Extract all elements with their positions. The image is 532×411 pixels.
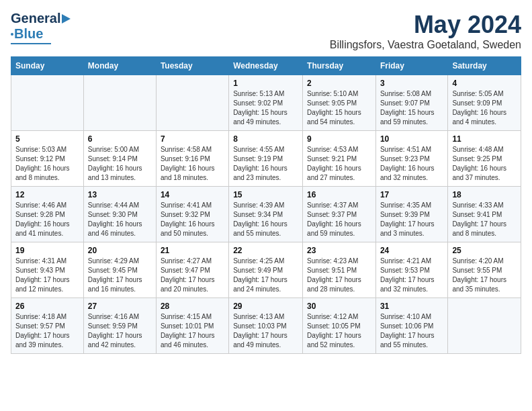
- day-detail: Sunrise: 4:55 AM Sunset: 9:19 PM Dayligh…: [233, 145, 298, 183]
- calendar-cell: [448, 298, 521, 354]
- day-detail: Sunrise: 4:37 AM Sunset: 9:37 PM Dayligh…: [307, 201, 371, 238]
- calendar-header-row: SundayMondayTuesdayWednesdayThursdayFrid…: [11, 57, 521, 75]
- month-title: May 2024: [330, 11, 521, 39]
- day-number: 14: [161, 190, 224, 199]
- day-number: 15: [233, 190, 298, 199]
- calendar-cell: 26Sunrise: 4:18 AM Sunset: 9:57 PM Dayli…: [11, 298, 84, 354]
- calendar-cell: 10Sunrise: 4:51 AM Sunset: 9:23 PM Dayli…: [375, 131, 447, 187]
- logo: General Blue: [11, 11, 71, 44]
- calendar-cell: 27Sunrise: 4:16 AM Sunset: 9:59 PM Dayli…: [83, 298, 156, 354]
- day-detail: Sunrise: 5:00 AM Sunset: 9:14 PM Dayligh…: [88, 145, 152, 183]
- day-detail: Sunrise: 4:33 AM Sunset: 9:41 PM Dayligh…: [452, 201, 517, 238]
- calendar-cell: 19Sunrise: 4:31 AM Sunset: 9:43 PM Dayli…: [11, 242, 84, 298]
- day-detail: Sunrise: 4:15 AM Sunset: 10:01 PM Daylig…: [161, 312, 224, 350]
- day-header-monday: Monday: [83, 57, 156, 75]
- calendar-cell: 9Sunrise: 4:53 AM Sunset: 9:21 PM Daylig…: [303, 131, 376, 187]
- calendar-cell: 21Sunrise: 4:27 AM Sunset: 9:47 PM Dayli…: [156, 242, 228, 298]
- day-number: 21: [161, 246, 224, 255]
- day-number: 25: [452, 246, 517, 255]
- day-detail: Sunrise: 4:21 AM Sunset: 9:53 PM Dayligh…: [380, 257, 443, 294]
- calendar-cell: 2Sunrise: 5:10 AM Sunset: 9:05 PM Daylig…: [303, 75, 376, 131]
- day-number: 26: [15, 302, 79, 311]
- day-detail: Sunrise: 5:13 AM Sunset: 9:02 PM Dayligh…: [233, 89, 298, 127]
- day-number: 17: [380, 190, 443, 199]
- day-number: 3: [380, 79, 443, 88]
- day-detail: Sunrise: 4:12 AM Sunset: 10:05 PM Daylig…: [307, 312, 371, 350]
- calendar-week-5: 26Sunrise: 4:18 AM Sunset: 9:57 PM Dayli…: [11, 298, 521, 354]
- day-number: 1: [233, 79, 298, 88]
- calendar-cell: 20Sunrise: 4:29 AM Sunset: 9:45 PM Dayli…: [83, 242, 156, 298]
- calendar-cell: [11, 75, 84, 131]
- day-number: 22: [233, 246, 298, 255]
- calendar-cell: 6Sunrise: 5:00 AM Sunset: 9:14 PM Daylig…: [83, 131, 156, 187]
- day-number: 8: [233, 134, 298, 144]
- day-detail: Sunrise: 4:53 AM Sunset: 9:21 PM Dayligh…: [307, 145, 371, 183]
- day-detail: Sunrise: 4:35 AM Sunset: 9:39 PM Dayligh…: [380, 201, 443, 238]
- calendar-cell: 3Sunrise: 5:08 AM Sunset: 9:07 PM Daylig…: [375, 75, 447, 131]
- day-number: 20: [88, 246, 152, 255]
- day-detail: Sunrise: 4:29 AM Sunset: 9:45 PM Dayligh…: [88, 257, 152, 294]
- calendar-week-2: 5Sunrise: 5:03 AM Sunset: 9:12 PM Daylig…: [11, 131, 521, 187]
- day-number: 18: [452, 190, 517, 199]
- day-detail: Sunrise: 4:51 AM Sunset: 9:23 PM Dayligh…: [380, 145, 443, 183]
- logo-general: General: [11, 11, 60, 26]
- day-header-wednesday: Wednesday: [229, 57, 303, 75]
- calendar-cell: 29Sunrise: 4:13 AM Sunset: 10:03 PM Dayl…: [229, 298, 303, 354]
- day-number: 7: [161, 134, 224, 144]
- day-number: 29: [233, 302, 298, 311]
- calendar-cell: 25Sunrise: 4:20 AM Sunset: 9:55 PM Dayli…: [448, 242, 521, 298]
- day-detail: Sunrise: 5:10 AM Sunset: 9:05 PM Dayligh…: [307, 89, 371, 127]
- day-header-tuesday: Tuesday: [156, 57, 228, 75]
- day-number: 5: [15, 134, 79, 144]
- day-detail: Sunrise: 4:16 AM Sunset: 9:59 PM Dayligh…: [88, 312, 152, 350]
- calendar-cell: [83, 75, 156, 131]
- calendar-week-3: 12Sunrise: 4:46 AM Sunset: 9:28 PM Dayli…: [11, 187, 521, 242]
- day-detail: Sunrise: 4:46 AM Sunset: 9:28 PM Dayligh…: [15, 201, 79, 238]
- day-detail: Sunrise: 4:31 AM Sunset: 9:43 PM Dayligh…: [15, 257, 79, 294]
- day-detail: Sunrise: 4:23 AM Sunset: 9:51 PM Dayligh…: [307, 257, 371, 294]
- day-number: 27: [88, 302, 152, 311]
- day-number: 6: [88, 134, 152, 144]
- day-number: 2: [307, 79, 371, 88]
- calendar-cell: 11Sunrise: 4:48 AM Sunset: 9:25 PM Dayli…: [448, 131, 521, 187]
- calendar-cell: 30Sunrise: 4:12 AM Sunset: 10:05 PM Dayl…: [303, 298, 376, 354]
- calendar-cell: 12Sunrise: 4:46 AM Sunset: 9:28 PM Dayli…: [11, 187, 84, 242]
- day-number: 30: [307, 302, 371, 311]
- day-number: 12: [15, 190, 79, 199]
- day-detail: Sunrise: 4:10 AM Sunset: 10:06 PM Daylig…: [380, 312, 443, 350]
- day-header-sunday: Sunday: [11, 57, 84, 75]
- day-detail: Sunrise: 4:44 AM Sunset: 9:30 PM Dayligh…: [88, 201, 152, 238]
- day-number: 10: [380, 134, 443, 144]
- day-number: 16: [307, 190, 371, 199]
- day-detail: Sunrise: 4:39 AM Sunset: 9:34 PM Dayligh…: [233, 201, 298, 238]
- calendar-week-1: 1Sunrise: 5:13 AM Sunset: 9:02 PM Daylig…: [11, 75, 521, 131]
- title-block: May 2024 Billingsfors, Vaestra Goetaland…: [330, 11, 521, 51]
- calendar-cell: 28Sunrise: 4:15 AM Sunset: 10:01 PM Dayl…: [156, 298, 228, 354]
- day-number: 19: [15, 246, 79, 255]
- calendar-cell: 31Sunrise: 4:10 AM Sunset: 10:06 PM Dayl…: [375, 298, 447, 354]
- day-detail: Sunrise: 4:41 AM Sunset: 9:32 PM Dayligh…: [161, 201, 224, 238]
- day-number: 24: [380, 246, 443, 255]
- day-detail: Sunrise: 4:58 AM Sunset: 9:16 PM Dayligh…: [161, 145, 224, 183]
- calendar-cell: 18Sunrise: 4:33 AM Sunset: 9:41 PM Dayli…: [448, 187, 521, 242]
- calendar-cell: 1Sunrise: 5:13 AM Sunset: 9:02 PM Daylig…: [229, 75, 303, 131]
- calendar-cell: 13Sunrise: 4:44 AM Sunset: 9:30 PM Dayli…: [83, 187, 156, 242]
- day-detail: Sunrise: 4:48 AM Sunset: 9:25 PM Dayligh…: [452, 145, 517, 183]
- calendar-table: SundayMondayTuesdayWednesdayThursdayFrid…: [11, 56, 521, 354]
- day-header-thursday: Thursday: [303, 57, 376, 75]
- day-number: 11: [452, 134, 517, 144]
- calendar-cell: 23Sunrise: 4:23 AM Sunset: 9:51 PM Dayli…: [303, 242, 376, 298]
- calendar-cell: 22Sunrise: 4:25 AM Sunset: 9:49 PM Dayli…: [229, 242, 303, 298]
- calendar-cell: 8Sunrise: 4:55 AM Sunset: 9:19 PM Daylig…: [229, 131, 303, 187]
- calendar-cell: 5Sunrise: 5:03 AM Sunset: 9:12 PM Daylig…: [11, 131, 84, 187]
- calendar-cell: [156, 75, 228, 131]
- calendar-cell: 24Sunrise: 4:21 AM Sunset: 9:53 PM Dayli…: [375, 242, 447, 298]
- day-number: 4: [452, 79, 517, 88]
- calendar-week-4: 19Sunrise: 4:31 AM Sunset: 9:43 PM Dayli…: [11, 242, 521, 298]
- day-detail: Sunrise: 5:08 AM Sunset: 9:07 PM Dayligh…: [380, 89, 443, 127]
- day-header-friday: Friday: [375, 57, 447, 75]
- calendar-cell: 7Sunrise: 4:58 AM Sunset: 9:16 PM Daylig…: [156, 131, 228, 187]
- day-detail: Sunrise: 4:25 AM Sunset: 9:49 PM Dayligh…: [233, 257, 298, 294]
- day-detail: Sunrise: 5:03 AM Sunset: 9:12 PM Dayligh…: [15, 145, 79, 183]
- calendar-cell: 17Sunrise: 4:35 AM Sunset: 9:39 PM Dayli…: [375, 187, 447, 242]
